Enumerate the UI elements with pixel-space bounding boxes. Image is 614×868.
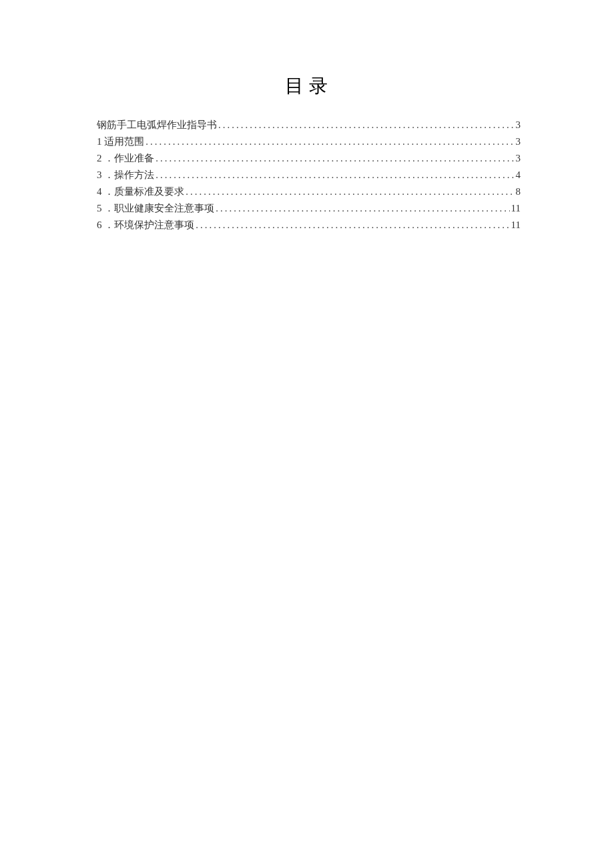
toc-entry-dots — [186, 186, 514, 197]
toc-entry[interactable]: 1 适用范围 3 — [97, 135, 521, 148]
toc-entry[interactable]: 6 ．环境保护注意事项 11 — [97, 219, 521, 232]
toc-entry-page: 3 — [516, 119, 521, 131]
toc-entry-label: 5 ．职业健康安全注意事项 — [97, 202, 214, 215]
toc-entry[interactable]: 2 ．作业准备 3 — [97, 152, 521, 165]
toc-entry[interactable]: 钢筋手工电弧焊作业指导书 3 — [97, 119, 521, 131]
toc-title: 目录 — [97, 73, 521, 99]
toc-entry[interactable]: 5 ．职业健康安全注意事项 11 — [97, 202, 521, 215]
toc-entry-page: 11 — [511, 220, 521, 231]
toc-entry-label: 钢筋手工电弧焊作业指导书 — [97, 119, 217, 131]
toc-entry-dots — [156, 153, 514, 164]
toc-entry-dots — [145, 136, 514, 147]
toc-entry-page: 3 — [516, 136, 521, 147]
toc-entry-label: 2 ．作业准备 — [97, 152, 154, 165]
toc-entry-label: 6 ．环境保护注意事项 — [97, 219, 194, 232]
toc-entry-label: 3 ．操作方法 — [97, 169, 154, 181]
toc-entry-dots — [196, 220, 509, 231]
page-container: 目录 钢筋手工电弧焊作业指导书 3 1 适用范围 3 2 ．作业准备 3 3 ．… — [0, 0, 614, 232]
toc-entry[interactable]: 3 ．操作方法 4 — [97, 169, 521, 181]
toc-entry-page: 4 — [516, 169, 521, 181]
toc-entry-page: 8 — [516, 186, 521, 197]
toc-entry[interactable]: 4 ．质量标准及要求 8 — [97, 185, 521, 198]
toc-entry-page: 3 — [516, 153, 521, 164]
toc-entry-page: 11 — [511, 203, 521, 214]
toc-list: 钢筋手工电弧焊作业指导书 3 1 适用范围 3 2 ．作业准备 3 3 ．操作方… — [97, 119, 521, 232]
toc-entry-label: 4 ．质量标准及要求 — [97, 185, 184, 198]
toc-entry-dots — [156, 169, 514, 181]
toc-entry-dots — [218, 119, 515, 131]
toc-entry-dots — [216, 203, 509, 214]
toc-entry-label: 1 适用范围 — [97, 135, 144, 148]
